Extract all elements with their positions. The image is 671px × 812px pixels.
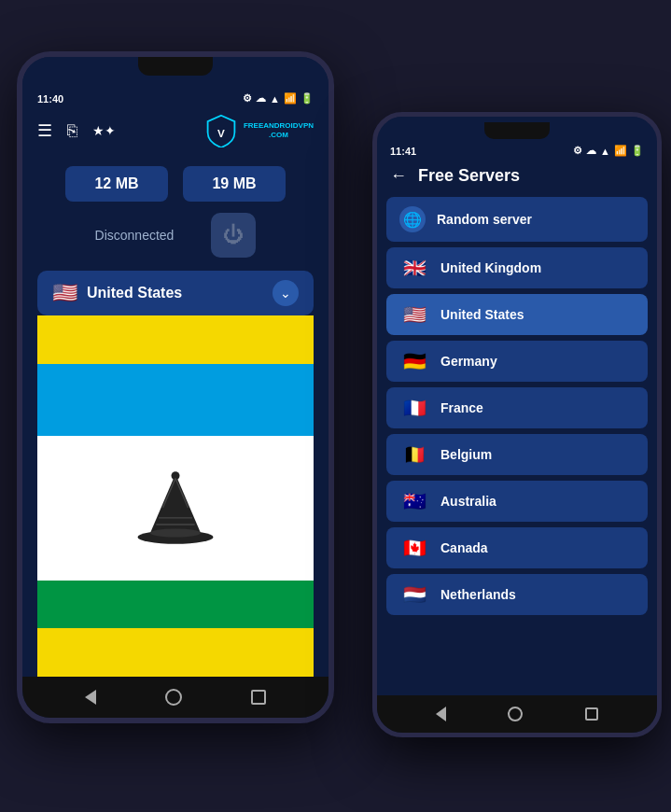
logo-text: FREEANDROIDVPN .COM <box>244 121 314 139</box>
server-item-us[interactable]: 🇺🇸 United States <box>386 294 648 335</box>
power-button[interactable]: ⏻ <box>211 213 256 258</box>
phone2-notch <box>484 122 550 139</box>
server-name-uk: United Kingdom <box>440 260 541 275</box>
phone2-home-nav[interactable] <box>508 707 523 721</box>
phone1-device: 11:40 ⚙ ☁ ▲ 📶 🔋 ☰ ⎘ ★✦ V FREEANDROIDVPN … <box>17 51 334 723</box>
flag-de: 🇩🇪 <box>399 350 429 372</box>
back-nav-button[interactable] <box>85 690 96 705</box>
selected-country-flag: 🇺🇸 <box>52 281 77 305</box>
server-item-au[interactable]: 🇦🇺 Australia <box>386 481 648 522</box>
server-item-fr[interactable]: 🇫🇷 France <box>386 387 648 428</box>
basotho-hat-icon <box>133 466 217 550</box>
phone1-header: ☰ ⎘ ★✦ V FREEANDROIDVPN .COM <box>22 106 329 155</box>
phone1-header-icons: ☰ ⎘ ★✦ <box>37 120 116 141</box>
server-name-de: Germany <box>440 354 497 369</box>
phone1-content: 12 MB 19 MB Disconnected ⏻ 🇺🇸 United Sta… <box>22 155 329 677</box>
notch-cutout <box>138 57 213 76</box>
phone2-status-bar: 11:41 ⚙ ☁ ▲ 📶 🔋 <box>377 139 657 159</box>
flag-uk: 🇬🇧 <box>399 257 429 279</box>
phone2-wifi-icon: ▲ <box>600 146 610 157</box>
download-badge: 12 MB <box>65 166 168 202</box>
server-name-random: Random server <box>437 212 532 227</box>
recent-nav-button[interactable] <box>251 690 266 705</box>
phone2-back-nav[interactable] <box>436 707 446 721</box>
phone1-nav-bar <box>22 677 329 718</box>
mb-row: 12 MB 19 MB <box>65 166 286 202</box>
phone2-battery-icon: 🔋 <box>631 145 644 157</box>
server-name-us: United States <box>440 307 524 322</box>
chevron-down-icon[interactable]: ⌄ <box>273 280 299 306</box>
phone2-status-icons: ⚙ ☁ ▲ 📶 🔋 <box>573 145 644 157</box>
phone2-time: 11:41 <box>390 146 416 157</box>
phone1-signal-icon: 📶 <box>284 92 297 105</box>
list-icon[interactable]: ☰ <box>37 120 52 141</box>
phone1-status-bar: 11:40 ⚙ ☁ ▲ 📶 🔋 <box>22 87 329 106</box>
logo-area: V FREEANDROIDVPN .COM <box>204 114 314 147</box>
back-arrow-icon[interactable]: ← <box>390 166 407 186</box>
phone2-signal-icon: 📶 <box>614 145 627 157</box>
server-name-nl: Netherlands <box>440 587 516 602</box>
svg-text:V: V <box>217 127 225 139</box>
phone1-gear-icon: ⚙ <box>243 92 252 105</box>
phone2-gear-icon: ⚙ <box>573 145 582 157</box>
phone1-notch <box>22 57 329 87</box>
phone2-nav-bar <box>377 695 657 733</box>
flag-green <box>37 581 314 629</box>
rate-icon[interactable]: ★✦ <box>92 123 116 138</box>
home-nav-button[interactable] <box>165 689 182 706</box>
flag-white <box>37 436 314 581</box>
server-name-au: Australia <box>440 494 496 509</box>
globe-icon: 🌐 <box>399 206 426 232</box>
server-name-fr: France <box>440 400 483 415</box>
phone1-time: 11:40 <box>37 93 63 105</box>
server-name-be: Belgium <box>440 447 492 462</box>
share-icon[interactable]: ⎘ <box>67 121 77 141</box>
server-item-de[interactable]: 🇩🇪 Germany <box>386 341 648 382</box>
country-selector[interactable]: 🇺🇸 United States ⌄ <box>37 271 314 315</box>
connection-status: Disconnected <box>95 228 175 243</box>
flag-au: 🇦🇺 <box>399 490 429 512</box>
svg-point-3 <box>150 529 201 538</box>
flag-ca: 🇨🇦 <box>399 537 429 559</box>
phone2-recent-nav[interactable] <box>585 707 598 721</box>
server-item-random[interactable]: 🌐 Random server <box>386 197 648 242</box>
phone1-status-icons: ⚙ ☁ ▲ 📶 🔋 <box>243 92 314 105</box>
phone2-device: 11:41 ⚙ ☁ ▲ 📶 🔋 ← Free Servers 🌐 Random … <box>372 112 662 737</box>
lesotho-flag <box>37 315 314 677</box>
disconnected-row: Disconnected ⏻ <box>37 213 314 258</box>
upload-badge: 19 MB <box>183 166 286 202</box>
server-item-uk[interactable]: 🇬🇧 United Kingdom <box>386 247 648 288</box>
server-list: 🌐 Random server 🇬🇧 United Kingdom 🇺🇸 Uni… <box>377 197 657 695</box>
phone1-cloud-icon: ☁ <box>256 92 266 105</box>
panel-title: Free Servers <box>418 166 520 186</box>
flag-yellow-bottom <box>37 628 314 677</box>
server-item-ca[interactable]: 🇨🇦 Canada <box>386 527 648 568</box>
phone2-cloud-icon: ☁ <box>586 145 596 157</box>
phone2-header: ← Free Servers <box>377 159 657 197</box>
flag-us: 🇺🇸 <box>399 303 429 326</box>
flag-blue <box>37 364 314 436</box>
flag-fr: 🇫🇷 <box>399 397 429 419</box>
logo-shield-icon: V <box>204 114 238 147</box>
server-name-ca: Canada <box>440 540 488 555</box>
selected-country-name: United States <box>87 285 263 301</box>
flag-yellow-top <box>37 315 314 364</box>
flag-be: 🇧🇪 <box>399 443 429 466</box>
server-item-nl[interactable]: 🇳🇱 Netherlands <box>386 574 648 615</box>
phone1-battery-icon: 🔋 <box>301 92 314 105</box>
flag-nl: 🇳🇱 <box>399 583 429 606</box>
server-item-be[interactable]: 🇧🇪 Belgium <box>386 434 648 475</box>
phone1-wifi-icon: ▲ <box>270 93 280 105</box>
